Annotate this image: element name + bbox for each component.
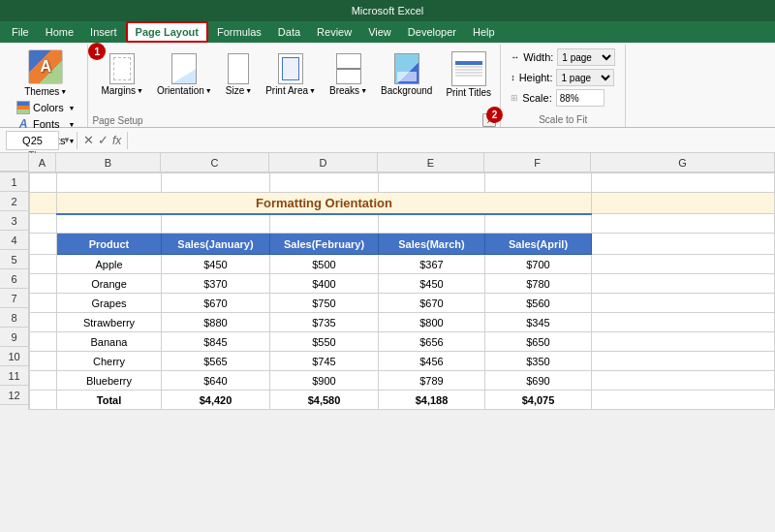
cell-feb-5[interactable]: $745 <box>270 352 379 371</box>
cell-product-3[interactable]: Strawberry <box>57 313 162 332</box>
cell-a9[interactable] <box>30 332 57 352</box>
cell-g2[interactable] <box>592 193 775 214</box>
cell-a3[interactable] <box>30 214 57 234</box>
width-select[interactable]: 1 page <box>557 48 615 66</box>
menu-file[interactable]: File <box>4 24 37 40</box>
cell-g9[interactable] <box>592 332 775 352</box>
menu-page-layout[interactable]: Page Layout <box>126 21 208 43</box>
cell-total-apr[interactable]: $4,075 <box>485 391 592 410</box>
colors-button[interactable]: Colors ▼ <box>14 100 78 115</box>
cell-g6[interactable] <box>592 274 775 294</box>
header-jan[interactable]: Sales(January) <box>162 234 270 255</box>
cell-a5[interactable] <box>30 255 57 274</box>
cell-f1[interactable] <box>485 173 592 193</box>
print-area-button[interactable]: Print Area ▼ <box>261 47 321 99</box>
cell-a8[interactable] <box>30 313 57 332</box>
header-feb[interactable]: Sales(February) <box>270 234 379 255</box>
cell-mar-6[interactable]: $789 <box>379 371 485 391</box>
menu-review[interactable]: Review <box>309 24 359 40</box>
cell-jan-6[interactable]: $640 <box>162 371 270 391</box>
cell-jan-2[interactable]: $670 <box>162 294 270 313</box>
col-header-a[interactable]: A <box>29 153 56 172</box>
header-mar[interactable]: Sales(March) <box>379 234 485 255</box>
cell-d1[interactable] <box>270 173 379 193</box>
menu-formulas[interactable]: Formulas <box>209 24 269 40</box>
cell-jan-0[interactable]: $450 <box>162 255 270 274</box>
cell-mar-4[interactable]: $656 <box>379 332 485 352</box>
cell-b1[interactable] <box>57 173 162 193</box>
cell-mar-2[interactable]: $670 <box>379 294 485 313</box>
size-button[interactable]: Size ▼ <box>221 47 257 99</box>
col-header-g[interactable]: G <box>591 153 775 172</box>
cell-a7[interactable] <box>30 294 57 313</box>
menu-home[interactable]: Home <box>38 24 81 40</box>
cell-g8[interactable] <box>592 313 775 332</box>
cell-total-jan[interactable]: $4,420 <box>162 391 270 410</box>
cell-jan-3[interactable]: $880 <box>162 313 270 332</box>
cell-product-5[interactable]: Cherry <box>57 352 162 371</box>
cell-e3[interactable] <box>379 214 485 234</box>
grid[interactable]: Formatting Orientation Product <box>29 172 775 410</box>
menu-view[interactable]: View <box>360 24 399 40</box>
cell-product-6[interactable]: Blueberry <box>57 371 162 391</box>
cell-apr-4[interactable]: $650 <box>485 332 592 352</box>
menu-developer[interactable]: Developer <box>400 24 464 40</box>
cell-a11[interactable] <box>30 371 57 391</box>
cell-jan-1[interactable]: $370 <box>162 274 270 294</box>
cell-c1[interactable] <box>162 173 270 193</box>
cell-g12[interactable] <box>592 391 775 410</box>
background-button[interactable]: Background <box>376 47 437 99</box>
cell-feb-1[interactable]: $400 <box>270 274 379 294</box>
cell-jan-5[interactable]: $565 <box>162 352 270 371</box>
name-box-arrow[interactable]: ▼ <box>63 136 71 144</box>
cell-feb-4[interactable]: $550 <box>270 332 379 352</box>
cell-product-1[interactable]: Orange <box>57 274 162 294</box>
themes-button[interactable]: A Themes ▼ <box>19 47 72 100</box>
cell-feb-6[interactable]: $900 <box>270 371 379 391</box>
height-select[interactable]: 1 page <box>556 69 614 86</box>
cell-product-4[interactable]: Banana <box>57 332 162 352</box>
col-header-d[interactable]: D <box>269 153 378 172</box>
cell-apr-6[interactable]: $690 <box>485 371 592 391</box>
cell-product-2[interactable]: Grapes <box>57 294 162 313</box>
cell-d3[interactable] <box>270 214 379 234</box>
cell-apr-1[interactable]: $780 <box>485 274 592 294</box>
cell-apr-5[interactable]: $350 <box>485 352 592 371</box>
cell-g10[interactable] <box>592 352 775 371</box>
cell-g3[interactable] <box>592 214 775 234</box>
header-product[interactable]: Product <box>57 234 162 255</box>
cell-feb-0[interactable]: $500 <box>270 255 379 274</box>
cell-g7[interactable] <box>592 294 775 313</box>
cell-mar-5[interactable]: $456 <box>379 352 485 371</box>
cell-g11[interactable] <box>592 371 775 391</box>
col-header-c[interactable]: C <box>161 153 269 172</box>
cell-g4[interactable] <box>592 234 775 255</box>
cell-mar-1[interactable]: $450 <box>379 274 485 294</box>
menu-insert[interactable]: Insert <box>82 24 125 40</box>
name-box[interactable] <box>6 131 59 150</box>
cell-a10[interactable] <box>30 352 57 371</box>
fx-icon[interactable]: fx <box>112 134 121 147</box>
header-apr[interactable]: Sales(April) <box>485 234 592 255</box>
cell-total-feb[interactable]: $4,580 <box>270 391 379 410</box>
cell-total-label[interactable]: Total <box>57 391 162 410</box>
col-header-b[interactable]: B <box>56 153 161 172</box>
cell-g1[interactable] <box>592 173 775 193</box>
cell-a1[interactable] <box>30 173 57 193</box>
cell-c3[interactable] <box>162 214 270 234</box>
cell-a12[interactable] <box>30 391 57 410</box>
cancel-formula-icon[interactable]: ✕ <box>83 133 94 147</box>
cell-apr-3[interactable]: $345 <box>485 313 592 332</box>
cell-product-0[interactable]: Apple <box>57 255 162 274</box>
menu-help[interactable]: Help <box>465 24 503 40</box>
breaks-button[interactable]: Breaks ▼ <box>325 47 372 99</box>
orientation-button[interactable]: Orientation ▼ <box>152 47 217 99</box>
cell-a2[interactable] <box>30 193 57 214</box>
menu-data[interactable]: Data <box>270 24 308 40</box>
cell-g5[interactable] <box>592 255 775 274</box>
cell-feb-3[interactable]: $735 <box>270 313 379 332</box>
cell-feb-2[interactable]: $750 <box>270 294 379 313</box>
confirm-formula-icon[interactable]: ✓ <box>98 133 108 147</box>
cell-apr-2[interactable]: $560 <box>485 294 592 313</box>
cell-b3[interactable] <box>57 214 162 234</box>
